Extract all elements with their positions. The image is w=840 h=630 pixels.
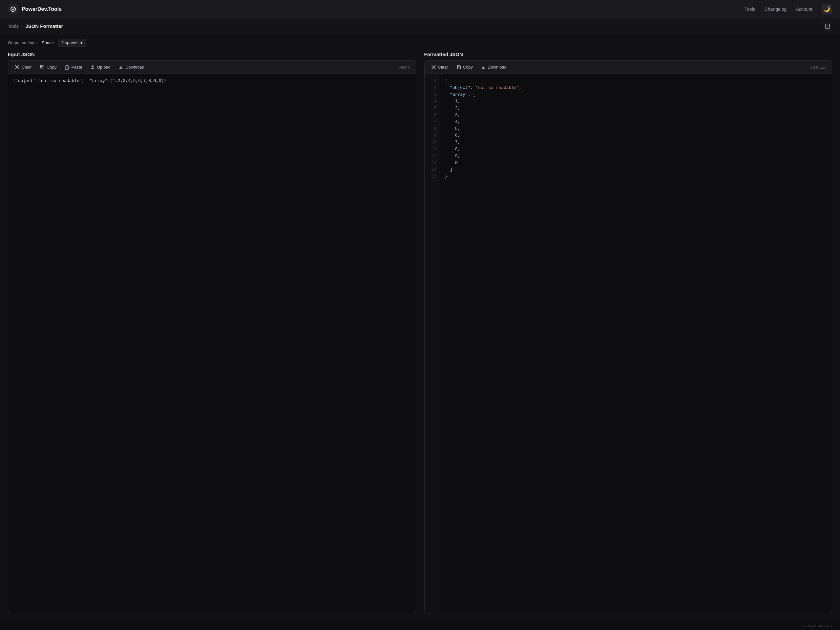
line-number-2: 2 [425, 85, 440, 92]
paste-icon [64, 65, 69, 69]
input-textarea[interactable]: {"object":"not so readable", "array":[1,… [8, 74, 416, 614]
input-panel-title: Input JSON [8, 52, 416, 57]
x-icon [431, 65, 436, 69]
line-number-14: 14 [425, 166, 440, 173]
output-download-button[interactable]: Download [477, 63, 510, 71]
input-editor-area[interactable]: {"object":"not so readable", "array":[1,… [8, 74, 416, 614]
svg-rect-4 [41, 66, 44, 69]
space-label: Space [42, 40, 54, 45]
line-number-8: 8 [425, 126, 440, 133]
settings-label: Output settings: [8, 40, 38, 45]
input-toolbar: Clear Copy Paste Upload Download Size: 6 [8, 60, 416, 74]
theme-toggle-button[interactable]: 🌙 [822, 4, 832, 14]
footer: © PowerDev.Tools [0, 622, 840, 630]
line-number-3: 3 [425, 92, 440, 98]
output-panel-title: Formatted JSON [424, 52, 832, 57]
docs-icon[interactable] [823, 22, 832, 31]
nav-tools[interactable]: Tools [745, 6, 755, 12]
line-number-15: 15 [425, 173, 440, 180]
svg-rect-1 [826, 24, 829, 28]
main-content: Input JSON Clear Copy Paste Upload Downl… [0, 52, 840, 622]
line-number-5: 5 [425, 105, 440, 112]
output-area: 123456789101112131415 { "object": "not s… [424, 74, 832, 614]
output-copy-button[interactable]: Copy [453, 63, 476, 71]
download-icon [118, 65, 123, 69]
output-size-badge: Size: 120 [808, 65, 829, 69]
breadcrumb-separator: › [21, 24, 23, 29]
main-nav: Tools Changelog Account 🌙 [745, 4, 832, 14]
line-number-10: 10 [425, 139, 440, 146]
space-dropdown[interactable]: 2 spaces ▾ [58, 39, 86, 47]
output-panel: Formatted JSON Clear Copy Download Size:… [424, 52, 832, 614]
svg-rect-8 [458, 66, 460, 69]
nav-changelog[interactable]: Changelog [764, 6, 787, 12]
brand-name: PowerDev.Tools [22, 6, 62, 12]
copy-icon [40, 65, 45, 69]
brand-section: PowerDev.Tools [8, 4, 62, 14]
input-paste-button[interactable]: Paste [61, 63, 85, 71]
nav-account[interactable]: Account [796, 6, 812, 12]
breadcrumb: Tools › JSON Formatter [8, 23, 63, 29]
line-number-11: 11 [425, 146, 440, 153]
output-toolbar: Clear Copy Download Size: 120 [424, 60, 832, 74]
footer-text: © PowerDev.Tools [802, 624, 832, 628]
settings-bar: Output settings: Space 2 spaces ▾ [0, 34, 840, 52]
app-header: PowerDev.Tools Tools Changelog Account 🌙 [0, 0, 840, 18]
breadcrumb-current: JSON Formatter [25, 23, 63, 29]
line-number-4: 4 [425, 98, 440, 105]
line-number-6: 6 [425, 112, 440, 119]
breadcrumb-tools[interactable]: Tools [8, 24, 19, 29]
line-number-13: 13 [425, 160, 440, 167]
svg-rect-5 [65, 66, 68, 69]
copy-icon [456, 65, 461, 69]
input-download-button[interactable]: Download [115, 63, 148, 71]
upload-icon [90, 65, 95, 69]
line-number-12: 12 [425, 153, 440, 160]
input-copy-button[interactable]: Copy [36, 63, 60, 71]
breadcrumb-bar: Tools › JSON Formatter [0, 18, 840, 34]
input-clear-button[interactable]: Clear [11, 63, 35, 71]
line-number-9: 9 [425, 132, 440, 139]
input-upload-button[interactable]: Upload [87, 63, 114, 71]
line-number-7: 7 [425, 119, 440, 126]
line-number-1: 1 [425, 78, 440, 85]
logo-icon [8, 4, 18, 14]
panel-divider [420, 52, 420, 614]
download-icon [481, 65, 486, 69]
x-icon [15, 65, 20, 69]
input-panel: Input JSON Clear Copy Paste Upload Downl… [8, 52, 416, 614]
input-size-badge: Size: 6 [396, 65, 412, 69]
output-clear-button[interactable]: Clear [428, 63, 452, 71]
line-numbers: 123456789101112131415 [425, 74, 441, 614]
code-content: { "object": "not so readable", "array": … [441, 74, 832, 614]
